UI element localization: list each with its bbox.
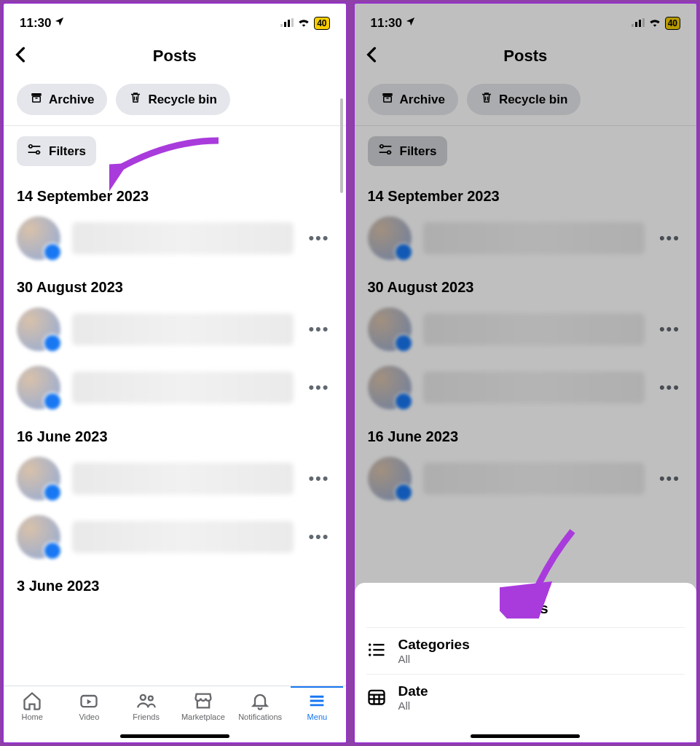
date-label: Date	[398, 683, 428, 699]
date-heading: 16 June 2023	[17, 428, 333, 445]
tab-notifications[interactable]: Notifications	[234, 691, 286, 721]
date-heading: 30 August 2023	[368, 279, 684, 296]
svg-point-29	[387, 151, 390, 154]
tab-label: Friends	[133, 712, 160, 721]
tab-menu[interactable]: Menu	[291, 686, 343, 721]
svg-rect-20	[635, 22, 637, 27]
svg-rect-25	[386, 98, 388, 99]
svg-point-26	[380, 145, 382, 148]
calendar-icon	[366, 686, 387, 710]
back-button[interactable]	[365, 45, 378, 68]
post-row[interactable]: •••	[368, 358, 684, 417]
post-row[interactable]: •••	[368, 449, 684, 508]
post-content	[72, 521, 294, 553]
menu-icon	[307, 691, 327, 711]
avatar	[368, 366, 412, 409]
phone-left: 11:30 40 Posts Archive	[2, 2, 347, 744]
filters-button[interactable]: Filters	[368, 136, 447, 166]
recyclebin-label: Recycle bin	[499, 93, 568, 107]
post-row[interactable]: •••	[17, 508, 333, 566]
svg-rect-24	[383, 97, 391, 103]
clock: 11:30	[371, 16, 402, 31]
date-heading: 14 September 2023	[368, 188, 684, 205]
tab-label: Notifications	[238, 712, 282, 721]
more-icon[interactable]: •••	[656, 378, 683, 397]
battery-badge: 40	[314, 17, 329, 30]
svg-rect-5	[33, 97, 41, 103]
recyclebin-chip[interactable]: Recycle bin	[467, 84, 581, 115]
categories-value: All	[398, 653, 470, 665]
tab-home[interactable]: Home	[6, 691, 58, 721]
svg-point-15	[149, 696, 153, 701]
svg-rect-23	[382, 93, 393, 96]
avatar	[17, 366, 60, 409]
svg-point-14	[140, 695, 145, 700]
post-content	[423, 372, 645, 404]
avatar	[17, 307, 60, 351]
post-row[interactable]: •••	[17, 209, 333, 267]
feed[interactable]: 14 September 2023 ••• 30 August 2023 •••…	[4, 176, 346, 686]
svg-rect-22	[642, 18, 645, 27]
date-heading: 30 August 2023	[17, 279, 333, 296]
tab-friends[interactable]: Friends	[120, 691, 173, 721]
post-row[interactable]: •••	[17, 300, 333, 358]
avatar	[368, 216, 412, 260]
date-heading: 16 June 2023	[368, 428, 684, 445]
filters-row: Filters	[355, 126, 697, 176]
tab-video[interactable]: Video	[63, 691, 115, 721]
archive-icon	[381, 91, 394, 108]
sliders-icon	[378, 144, 393, 159]
tab-label: Menu	[307, 712, 328, 721]
more-icon[interactable]: •••	[305, 229, 332, 248]
home-icon	[22, 691, 42, 711]
archive-chip[interactable]: Archive	[368, 84, 458, 115]
action-chips: Archive Recycle bin	[4, 76, 346, 125]
post-content	[72, 222, 294, 254]
post-row[interactable]: •••	[17, 358, 333, 417]
filter-date-row[interactable]: Date All	[366, 674, 685, 721]
tab-label: Video	[79, 712, 99, 721]
battery-badge: 40	[665, 17, 680, 30]
cell-signal-icon	[280, 16, 294, 31]
more-icon[interactable]: •••	[305, 469, 332, 488]
tab-label: Marketplace	[181, 712, 225, 721]
more-icon[interactable]: •••	[656, 229, 683, 248]
annotation-arrow	[109, 133, 226, 206]
avatar	[17, 457, 60, 500]
more-icon[interactable]: •••	[656, 469, 683, 488]
avatar	[368, 457, 412, 500]
svg-rect-1	[284, 22, 286, 27]
filter-categories-row[interactable]: Categories All	[366, 627, 685, 674]
svg-point-32	[368, 643, 371, 646]
marketplace-icon	[193, 691, 213, 711]
svg-rect-2	[288, 20, 290, 27]
tab-marketplace[interactable]: Marketplace	[177, 691, 229, 721]
post-row[interactable]: •••	[368, 209, 684, 267]
svg-rect-19	[632, 24, 634, 27]
trash-icon	[480, 91, 493, 108]
more-icon[interactable]: •••	[305, 320, 332, 339]
svg-rect-38	[369, 690, 384, 704]
post-row[interactable]: •••	[368, 300, 684, 358]
scroll-indicator	[340, 98, 343, 193]
svg-point-34	[368, 648, 371, 651]
back-button[interactable]	[14, 45, 27, 68]
tab-label: Home	[21, 712, 42, 721]
post-row[interactable]: •••	[17, 449, 333, 508]
list-icon	[366, 640, 387, 663]
svg-rect-0	[280, 24, 283, 27]
archive-icon	[30, 91, 43, 108]
svg-rect-3	[291, 18, 294, 27]
recyclebin-chip[interactable]: Recycle bin	[116, 84, 230, 115]
more-icon[interactable]: •••	[656, 320, 683, 339]
archive-chip[interactable]: Archive	[17, 84, 107, 115]
home-indicator	[120, 734, 229, 738]
archive-label: Archive	[49, 93, 94, 107]
page-title: Posts	[153, 47, 197, 66]
recyclebin-label: Recycle bin	[148, 93, 217, 107]
more-icon[interactable]: •••	[305, 527, 332, 546]
more-icon[interactable]: •••	[305, 378, 332, 397]
categories-label: Categories	[398, 637, 470, 653]
avatar	[17, 515, 60, 559]
filters-button[interactable]: Filters	[17, 136, 96, 166]
